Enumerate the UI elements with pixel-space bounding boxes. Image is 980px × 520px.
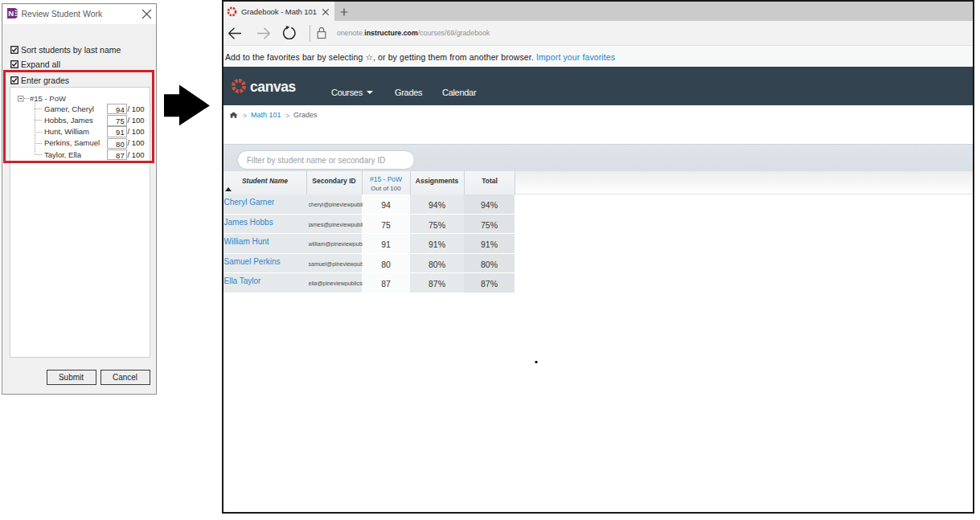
svg-text:N: N (8, 9, 14, 18)
